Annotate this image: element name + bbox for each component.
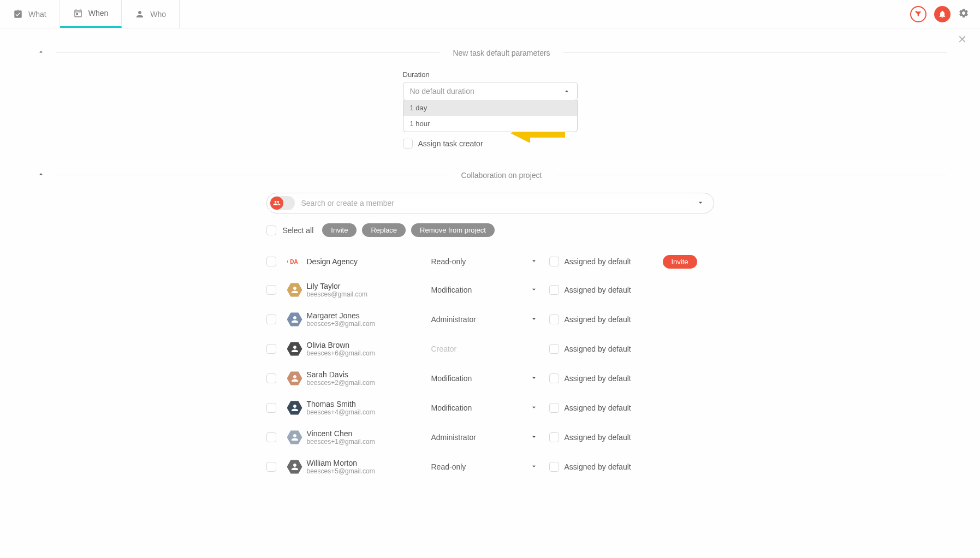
assigned-checkbox[interactable] [549, 462, 559, 472]
assigned-by-default: Assigned by default [549, 344, 658, 354]
member-checkbox[interactable] [266, 314, 276, 324]
member-checkbox[interactable] [266, 257, 276, 266]
member-checkbox[interactable] [266, 462, 276, 472]
role-dropdown-toggle[interactable] [523, 374, 545, 383]
member-role[interactable]: Read-only [431, 462, 519, 471]
duration-select[interactable]: No default duration [403, 82, 578, 100]
member-role[interactable]: Administrator [431, 315, 519, 324]
member-row: DADesign AgencyRead-onlyAssigned by defa… [266, 248, 714, 275]
member-row: Olivia Brownbeesces+6@gmail.comCreatorAs… [266, 334, 714, 364]
members-list: DADesign AgencyRead-onlyAssigned by defa… [266, 248, 714, 482]
remove-button[interactable]: Remove from project [411, 223, 495, 237]
assigned-checkbox[interactable] [549, 373, 559, 383]
assigned-by-default: Assigned by default [549, 314, 658, 324]
add-filter-button[interactable] [910, 6, 926, 22]
member-email: beesces+4@gmail.com [307, 408, 427, 416]
member-role[interactable]: Administrator [431, 433, 519, 442]
close-button[interactable]: ✕ [958, 33, 967, 46]
member-name: Sarah Davis [307, 370, 427, 379]
invite-member-button[interactable]: Invite [663, 255, 697, 269]
assigned-checkbox[interactable] [549, 314, 559, 324]
tab-when[interactable]: When [60, 0, 122, 28]
duration-dropdown: 1 day 1 hour [403, 100, 578, 132]
member-checkbox[interactable] [266, 432, 276, 442]
role-dropdown-toggle[interactable] [523, 286, 545, 295]
member-search-expand[interactable] [696, 198, 705, 209]
member-checkbox[interactable] [266, 373, 276, 383]
avatar [287, 312, 302, 327]
chevron-down-icon [530, 374, 538, 382]
member-role[interactable]: Modification [431, 374, 519, 383]
tab-what[interactable]: What [0, 0, 60, 28]
role-dropdown-toggle[interactable] [523, 257, 545, 266]
avatar [287, 430, 302, 445]
member-name: Margaret Jones [307, 311, 427, 320]
member-name: Lily Taylor [307, 282, 427, 290]
chevron-up-icon [37, 170, 45, 178]
people-icon [273, 199, 281, 207]
calendar-icon [73, 8, 83, 18]
assigned-label: Assigned by default [565, 345, 631, 353]
task-icon [13, 9, 23, 19]
chevron-down-icon [530, 403, 538, 411]
assigned-checkbox[interactable] [549, 432, 559, 442]
member-name: Vincent Chen [307, 429, 427, 438]
assigned-by-default: Assigned by default [549, 432, 658, 442]
member-row: William Mortonbeesces+5@gmail.comRead-on… [266, 452, 714, 482]
member-info: William Mortonbeesces+5@gmail.com [307, 459, 427, 475]
invite-all-button[interactable]: Invite [322, 223, 357, 237]
assigned-label: Assigned by default [565, 286, 631, 294]
select-all-checkbox[interactable] [266, 225, 276, 235]
role-dropdown-toggle[interactable] [523, 433, 545, 442]
assigned-by-default: Assigned by default [549, 403, 658, 413]
role-dropdown-toggle[interactable] [523, 403, 545, 413]
member-name: Olivia Brown [307, 341, 427, 349]
member-type-toggle[interactable] [270, 196, 295, 210]
assigned-label: Assigned by default [565, 462, 631, 471]
duration-placeholder: No default duration [410, 87, 474, 96]
member-checkbox[interactable] [266, 285, 276, 295]
member-role[interactable]: Modification [431, 286, 519, 294]
assigned-label: Assigned by default [565, 315, 631, 324]
duration-option-1hour[interactable]: 1 hour [403, 116, 577, 132]
assign-creator-checkbox[interactable] [403, 139, 413, 149]
chevron-down-icon [530, 433, 538, 441]
role-dropdown-toggle[interactable] [523, 315, 545, 324]
assigned-checkbox[interactable] [549, 403, 559, 413]
member-role[interactable]: Read-only [431, 257, 519, 266]
collapse-collab[interactable] [33, 170, 49, 180]
assigned-checkbox[interactable] [549, 344, 559, 354]
member-role[interactable]: Modification [431, 403, 519, 412]
member-email: beesces+3@gmail.com [307, 320, 427, 328]
notifications-button[interactable] [934, 6, 951, 22]
replace-button[interactable]: Replace [362, 223, 406, 237]
select-all-label: Select all [283, 226, 314, 235]
member-email: beesces+1@gmail.com [307, 438, 427, 446]
assigned-by-default: Assigned by default [549, 285, 658, 295]
member-search-row [266, 193, 714, 213]
member-search-input[interactable] [301, 199, 690, 207]
member-email: beesces@gmail.com [307, 290, 427, 298]
assigned-label: Assigned by default [565, 433, 631, 442]
member-name: Design Agency [307, 257, 427, 266]
avatar [287, 282, 302, 298]
person-icon [135, 9, 145, 19]
tab-who[interactable]: Who [122, 0, 180, 28]
member-checkbox[interactable] [266, 403, 276, 413]
settings-button[interactable] [958, 8, 969, 20]
member-info: Margaret Jonesbeesces+3@gmail.com [307, 311, 427, 328]
duration-option-1day[interactable]: 1 day [403, 100, 577, 116]
assigned-checkbox[interactable] [549, 285, 559, 295]
section-defaults-title: New task default parameters [446, 49, 556, 57]
member-checkbox[interactable] [266, 344, 276, 354]
assigned-checkbox[interactable] [549, 257, 559, 266]
collapse-defaults[interactable] [33, 48, 49, 57]
assign-creator-label: Assign task creator [418, 139, 483, 148]
assigned-by-default: Assigned by default [549, 373, 658, 383]
chevron-up-icon [563, 87, 571, 95]
member-row: Margaret Jonesbeesces+3@gmail.comAdminis… [266, 305, 714, 334]
gear-icon [958, 8, 969, 19]
role-dropdown-toggle[interactable] [523, 462, 545, 472]
tab-what-label: What [28, 10, 46, 19]
chevron-down-icon [530, 286, 538, 293]
